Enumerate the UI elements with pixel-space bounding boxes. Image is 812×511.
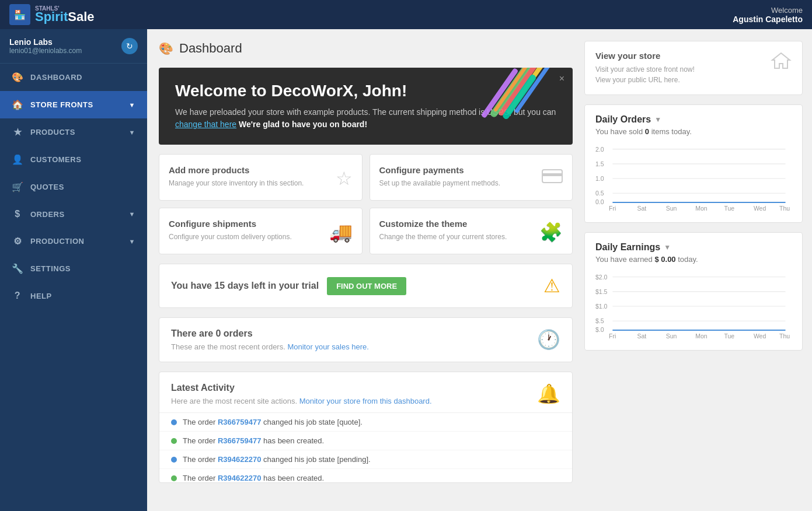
sidebar-item-production[interactable]: ⚙ PRODUCTION ▼ (0, 228, 147, 255)
orders-icon: $ (12, 209, 23, 219)
daily-orders-card: Daily Orders ▼ You have sold 0 items tod… (584, 104, 803, 223)
x-label: Sat (637, 332, 646, 340)
clock-icon: 🕐 (537, 328, 560, 351)
card-text: Add more products Manage your store inve… (169, 165, 304, 188)
dot-icon (171, 457, 177, 463)
x-label: Thu (779, 205, 790, 212)
order-link[interactable]: R394622270 (218, 474, 261, 482)
monitor-link[interactable]: Monitor your sales here. (287, 342, 368, 351)
main-content: 🎨 Dashboard × Welcome to DecoWorX, John!… (147, 29, 584, 511)
change-here-link[interactable]: change that here (175, 120, 236, 129)
x-label: Sat (637, 205, 646, 212)
sidebar-item-orders[interactable]: $ ORDERS ▼ (0, 201, 147, 228)
switch-button[interactable]: ↻ (121, 38, 138, 54)
activity-item: The order R394622270 changed his job sta… (159, 450, 572, 469)
y-label: $1.5 (595, 288, 608, 295)
sidebar-item-label: PRODUCTION (30, 237, 84, 246)
activity-title: Latest Activity (171, 383, 432, 393)
order-link[interactable]: R366759477 (218, 418, 261, 426)
chevron-down-icon: ▼ (129, 102, 135, 108)
daily-earnings-subtitle: You have earned $ 0.00 today. (595, 255, 792, 264)
x-label: Thu (779, 332, 790, 340)
bell-icon: 🔔 (537, 383, 560, 405)
logo-area: 🏪 STAHLS' SpiritSale (9, 4, 95, 25)
customize-theme-card[interactable]: Customize the theme Change the theme of … (370, 208, 573, 254)
main-layout: Lenio Labs lenio01@leniolabs.com ↻ 🎨 DAS… (0, 29, 812, 511)
card-title: Add more products (169, 165, 304, 175)
chevron-down-icon: ▼ (129, 238, 135, 245)
view-store-card[interactable]: View your store Visit your active store … (584, 41, 803, 95)
puzzle-icon: 🧩 (539, 221, 563, 243)
sidebar-item-products[interactable]: ★ PRODUCTS ▼ (0, 118, 147, 146)
card-text: Configure shipments Configure your custo… (169, 219, 292, 242)
view-store-text: View your store Visit your active store … (595, 51, 695, 85)
welcome-suffix: We're glad to have you on board! (239, 120, 367, 129)
logo-text: STAHLS' SpiritSale (35, 5, 95, 24)
y-label: 1.5 (595, 160, 604, 167)
earnings-chart-svg: $2.0 $1.5 $1.0 $.5 $.0 Fri Sat (595, 271, 792, 341)
sidebar-item-settings[interactable]: 🔧 SETTINGS (0, 255, 147, 282)
y-label: 2.0 (595, 146, 604, 153)
sidebar-item-label: CUSTOMERS (30, 155, 81, 164)
sidebar-item-dashboard[interactable]: 🎨 DASHBOARD (0, 64, 147, 91)
configure-payments-card[interactable]: Configure payments Set up the available … (370, 154, 573, 201)
sidebar-item-customers[interactable]: 👤 CUSTOMERS (0, 146, 147, 173)
user-info: Lenio Labs lenio01@leniolabs.com ↻ (0, 29, 147, 64)
x-label: Fri (609, 205, 616, 212)
card-desc: Configure your custom delivery options. (169, 232, 292, 242)
activity-item: The order R394622270 has been created. (159, 469, 572, 482)
x-label: Wed (754, 332, 766, 340)
dropdown-icon[interactable]: ▼ (664, 243, 671, 251)
truck-icon: 🚚 (329, 221, 353, 243)
configure-shipments-card[interactable]: Configure shipments Configure your custo… (159, 208, 363, 254)
sidebar-item-label: STORE FRONTS (30, 100, 93, 109)
x-label: Tue (724, 332, 735, 340)
monitor-store-link[interactable]: Monitor your store from this dashboard. (299, 397, 432, 405)
sidebar-item-storefronts[interactable]: 🏠 STORE FRONTS ▼ (0, 91, 147, 118)
action-cards: Add more products Manage your store inve… (159, 154, 573, 254)
sidebar-item-help[interactable]: ? HELP (0, 282, 147, 309)
right-panel: View your store Visit your active store … (584, 29, 812, 511)
earnings-amount: $ 0.00 (654, 255, 675, 264)
card-title: Configure shipments (169, 219, 292, 229)
activity-item: The order R366759477 has been created. (159, 432, 572, 450)
order-link[interactable]: R394622270 (218, 455, 261, 464)
warning-icon: ⚠ (543, 275, 560, 297)
y-label: $2.0 (595, 274, 608, 281)
dot-icon (171, 419, 177, 425)
chevron-down-icon: ▼ (129, 129, 135, 136)
page-title: Dashboard (179, 41, 242, 56)
sidebar-item-label: QUOTES (30, 183, 64, 191)
y-label: $.0 (595, 326, 604, 333)
user-email: lenio01@leniolabs.com (9, 47, 82, 55)
production-icon: ⚙ (12, 236, 23, 247)
y-label: $1.0 (595, 303, 608, 310)
logo-icon: 🏪 (9, 4, 30, 25)
customers-icon: 👤 (12, 154, 23, 165)
activity-section: Latest Activity Here are the most recent… (159, 372, 573, 483)
trial-banner: You have 15 days left in your trial FIND… (159, 264, 573, 308)
dropdown-icon[interactable]: ▼ (654, 116, 661, 124)
daily-orders-chart: 2.0 1.5 1.0 0.5 0.0 Fri Sat Sun (595, 143, 792, 213)
trial-text: You have 15 days left in your trial FIND… (171, 277, 406, 295)
user-text: Lenio Labs lenio01@leniolabs.com (9, 37, 82, 55)
banner-decoration (444, 68, 573, 145)
sidebar-item-label: ORDERS (30, 210, 65, 219)
card-desc: Change the theme of your current stores. (379, 232, 507, 242)
sidebar-item-quotes[interactable]: 🛒 QUOTES (0, 173, 147, 201)
quotes-icon: 🛒 (12, 181, 23, 192)
activity-scroll[interactable]: The order R366759477 changed his job sta… (159, 412, 572, 482)
activity-text: Latest Activity Here are the most recent… (171, 383, 432, 405)
find-out-button[interactable]: FIND OUT MORE (327, 277, 406, 295)
top-bar: 🏪 STAHLS' SpiritSale Welcome Agustin Cap… (0, 0, 812, 29)
dot-icon (171, 438, 177, 444)
orders-desc: These are the most recent orders. Monito… (171, 342, 369, 351)
x-label: Fri (609, 332, 616, 340)
sidebar-item-label: HELP (30, 292, 52, 300)
page-header: 🎨 Dashboard (159, 41, 573, 56)
company-name: Lenio Labs (9, 37, 82, 47)
x-label: Wed (754, 205, 766, 212)
help-icon: ? (12, 290, 23, 301)
order-link[interactable]: R366759477 (218, 436, 261, 445)
add-products-card[interactable]: Add more products Manage your store inve… (159, 154, 363, 201)
